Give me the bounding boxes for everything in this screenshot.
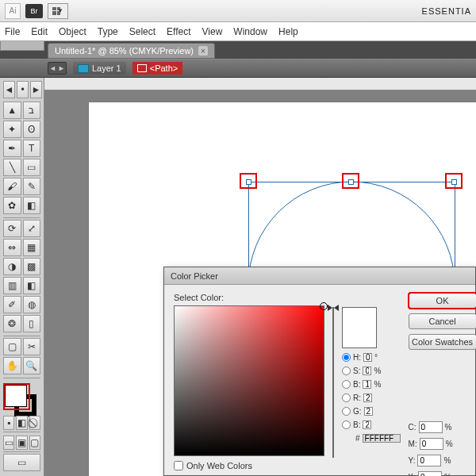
selection-tool[interactable]: ▲ — [3, 102, 21, 119]
free-transform-tool[interactable]: ▦ — [23, 239, 41, 256]
r-input[interactable] — [363, 393, 372, 402]
fill-stroke-control[interactable] — [3, 383, 40, 414]
shape-builder-tool[interactable]: ◑ — [3, 258, 21, 275]
color-field[interactable] — [174, 305, 324, 456]
color-picker-dialog: Color Picker Select Color: Only Web Colo… — [163, 267, 476, 476]
only-web-colors-input[interactable] — [174, 461, 183, 470]
rotate-tool[interactable]: ⟳ — [3, 220, 21, 237]
k-input[interactable] — [418, 471, 442, 476]
menu-select[interactable]: Select — [129, 26, 155, 37]
h-input[interactable] — [363, 353, 372, 362]
bridge-icon[interactable]: Br — [25, 4, 43, 18]
menu-window[interactable]: Window — [233, 26, 267, 37]
nav-arrows[interactable]: ◄► — [48, 62, 67, 75]
draw-behind-button[interactable]: ▣ — [16, 436, 27, 450]
slice-tool[interactable]: ✂ — [23, 338, 41, 355]
menu-effect[interactable]: Effect — [167, 26, 190, 37]
menu-type[interactable]: Type — [98, 26, 118, 37]
lasso-tool[interactable]: ʘ — [23, 121, 41, 138]
hand-tool[interactable]: ✋ — [3, 357, 21, 374]
b-radio[interactable] — [342, 380, 351, 389]
y-label: Y: — [409, 456, 416, 465]
close-tab-icon[interactable]: × — [198, 46, 208, 56]
h-label: H: — [353, 353, 361, 362]
only-web-colors-label: Only Web Colors — [186, 461, 252, 470]
y-input[interactable] — [417, 455, 441, 466]
eyedropper-tool[interactable]: ✐ — [3, 296, 21, 313]
menu-help[interactable]: Help — [278, 26, 298, 37]
mesh-tool[interactable]: ▥ — [3, 277, 21, 294]
g-input[interactable] — [364, 407, 373, 416]
s-unit: % — [374, 367, 385, 375]
symbol-sprayer-tool[interactable]: ❂ — [3, 315, 21, 332]
highlight-anchor — [342, 173, 359, 189]
menu-edit[interactable]: Edit — [31, 26, 48, 37]
s-label: S: — [353, 367, 360, 375]
pen-tool[interactable]: ✒ — [3, 140, 21, 157]
tools-panel: ◄ • ► ▲ב ✦ʘ ✒T ╲▭ 🖌✎ ✿◧ ⟳⤢ ⇔▦ ◑▩ ▥◧ ✐◍ ❂… — [0, 78, 44, 476]
r-radio[interactable] — [342, 393, 351, 402]
menu-object[interactable]: Object — [59, 26, 86, 37]
blob-brush-tool[interactable]: ✿ — [3, 197, 21, 214]
column-graph-tool[interactable]: ▯ — [23, 315, 41, 332]
color-swatches-button[interactable]: Color Swatches — [409, 334, 476, 350]
menu-file[interactable]: File — [5, 26, 20, 37]
draw-inside-button[interactable]: ▢ — [29, 436, 40, 450]
hex-input[interactable] — [363, 434, 401, 443]
color-mode-button[interactable]: ▪ — [3, 416, 14, 430]
perspective-grid-tool[interactable]: ▩ — [23, 258, 41, 275]
hue-slider[interactable] — [332, 307, 334, 458]
workspace: ◄ • ► ▲ב ✦ʘ ✒T ╲▭ 🖌✎ ✿◧ ⟳⤢ ⇔▦ ◑▩ ▥◧ ✐◍ ❂… — [0, 78, 476, 476]
blend-tool[interactable]: ◍ — [23, 296, 41, 313]
s-radio[interactable] — [342, 367, 351, 375]
gradient-mode-button[interactable]: ◧ — [16, 416, 27, 430]
color-field-marker[interactable] — [320, 302, 328, 310]
bl-input[interactable] — [363, 420, 371, 429]
panel-collapse-right-icon[interactable]: ► — [30, 81, 42, 98]
rectangle-tool[interactable]: ▭ — [23, 159, 41, 176]
toolbar-grip[interactable] — [0, 41, 44, 51]
eraser-tool[interactable]: ◧ — [23, 197, 41, 214]
g-radio[interactable] — [342, 407, 351, 416]
panel-collapse-left-icon[interactable]: ◄ — [3, 81, 15, 98]
ok-button[interactable]: OK — [409, 293, 476, 309]
c-input[interactable] — [419, 421, 443, 433]
arrange-documents-button[interactable]: ▼ — [48, 3, 68, 19]
magic-wand-tool[interactable]: ✦ — [3, 121, 21, 138]
draw-normal-button[interactable]: ▭ — [3, 436, 14, 450]
m-label: M: — [409, 440, 417, 448]
gradient-tool[interactable]: ◧ — [23, 277, 41, 294]
canvas-area[interactable]: Color Picker Select Color: Only Web Colo… — [44, 78, 476, 476]
m-input[interactable] — [420, 438, 443, 450]
s-input[interactable] — [363, 367, 371, 375]
screen-mode-button[interactable]: ▭ — [3, 454, 40, 471]
cancel-button[interactable]: Cancel — [409, 313, 476, 329]
direct-selection-tool[interactable]: ב — [23, 102, 41, 119]
line-tool[interactable]: ╲ — [3, 159, 21, 176]
type-tool[interactable]: T — [23, 140, 41, 157]
artboard-tool[interactable]: ▢ — [3, 338, 21, 355]
bl-radio[interactable] — [342, 420, 351, 429]
layer-chip[interactable]: Layer 1 — [73, 62, 126, 75]
b-input[interactable] — [363, 380, 371, 389]
document-header: Untitled-1* @ 85% (CMYK/Preview) × ◄► La… — [0, 41, 476, 78]
pencil-tool[interactable]: ✎ — [23, 178, 41, 195]
scale-tool[interactable]: ⤢ — [23, 220, 41, 237]
document-tab[interactable]: Untitled-1* @ 85% (CMYK/Preview) × — [48, 43, 215, 59]
workspace-switcher[interactable]: ESSENTIA — [422, 6, 471, 16]
layer-name: Layer 1 — [92, 63, 121, 73]
paintbrush-tool[interactable]: 🖌 — [3, 178, 21, 195]
hue-pointer-left-icon — [328, 305, 332, 311]
only-web-colors-checkbox[interactable]: Only Web Colors — [174, 461, 324, 470]
width-tool[interactable]: ⇔ — [3, 239, 21, 256]
menu-view[interactable]: View — [202, 26, 223, 37]
document-tab-label: Untitled-1* @ 85% (CMYK/Preview) — [55, 46, 194, 56]
path-chip[interactable]: <Path> — [132, 62, 182, 75]
none-mode-button[interactable]: ⃠ — [29, 416, 40, 430]
h-radio[interactable] — [342, 353, 351, 362]
bl-label: B: — [353, 420, 360, 429]
ruler-top — [44, 78, 476, 90]
panel-collapse-mid-icon[interactable]: • — [17, 81, 29, 98]
zoom-tool[interactable]: 🔍 — [23, 357, 41, 374]
select-color-label: Select Color: — [174, 293, 324, 302]
